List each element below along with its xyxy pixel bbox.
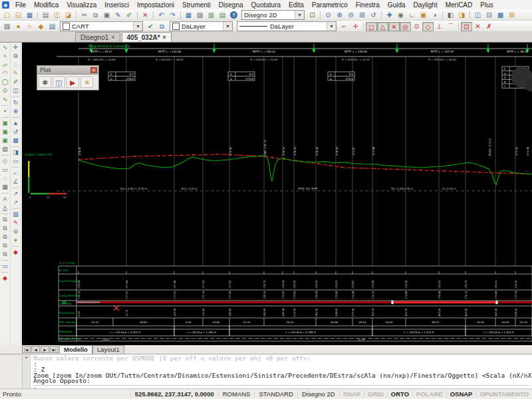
edit-polyline-icon[interactable]: ∿ — [0, 43, 10, 52]
image-frame-icon[interactable]: ▣ — [0, 128, 10, 136]
help-icon[interactable]: ? — [230, 11, 237, 19]
new-icon[interactable]: ▢ — [1, 11, 13, 20]
paper-space-icon[interactable]: ◨ — [456, 11, 467, 20]
paste-icon[interactable]: ▣ — [101, 11, 112, 20]
snap-center-icon[interactable]: ◎ — [400, 22, 411, 31]
layout-nav-button[interactable]: ◀ — [31, 346, 40, 353]
layer-states-icon[interactable]: ⧉ — [156, 22, 168, 31]
zoom-realtime-icon[interactable]: ⊙ — [323, 11, 334, 20]
zoom-window-icon[interactable]: ⊞ — [356, 11, 368, 20]
layout-nav-button[interactable]: ▶| — [50, 346, 59, 353]
pipe-3d-icon[interactable]: ⊚ — [11, 227, 21, 236]
menu-plus[interactable]: Plus — [476, 1, 497, 9]
layout-tab-layout1[interactable]: Layout1 — [92, 345, 124, 354]
text-align-icon[interactable]: A — [0, 203, 10, 212]
edit-circle-icon[interactable]: ◯ — [0, 78, 10, 86]
tile-horizontal-icon[interactable]: ◫ — [472, 11, 483, 20]
hatch-icon[interactable]: ▨ — [11, 210, 21, 219]
block-paste-icon[interactable]: ⧉ — [0, 224, 10, 233]
plus-monitor-icon[interactable]: ◫ — [53, 76, 65, 88]
chevron-down-icon[interactable]: ▾ — [223, 22, 232, 31]
block-group-icon[interactable]: ⧉ — [0, 241, 10, 250]
text-style-indicator[interactable]: ROMANS — [218, 390, 255, 398]
copy-object-icon[interactable]: ⧉ — [11, 52, 21, 61]
delete-icon[interactable]: ✕ — [140, 11, 151, 20]
tab-close-icon[interactable]: × — [163, 34, 166, 41]
chevron-down-icon[interactable]: ▾ — [133, 22, 142, 31]
offset-icon[interactable]: ▭ — [11, 157, 21, 166]
linetype-combo[interactable]: DaLayer ▾ — [237, 21, 336, 31]
ucs-icon[interactable]: ∟ — [406, 11, 418, 20]
plus-settings-icon[interactable]: ✱ — [39, 76, 51, 88]
eraser-icon[interactable]: ▨ — [194, 11, 205, 20]
fillet-icon[interactable]: ⌐ — [11, 169, 21, 178]
menu-modifica[interactable]: Modifica — [30, 1, 63, 9]
vehicle-block-icon[interactable]: ▭ — [0, 262, 10, 271]
layer-combo[interactable]: CART ▾ — [60, 21, 143, 31]
text-icon[interactable]: A — [0, 195, 10, 203]
edit-polygon-icon[interactable]: ▱ — [0, 61, 10, 69]
cut-icon[interactable]: ✂ — [78, 11, 90, 20]
tangent-circle-icon[interactable]: ⊙ — [0, 86, 10, 95]
snap-settings-icon[interactable]: ✗ — [483, 22, 495, 31]
command-close-icon[interactable]: × — [25, 354, 28, 360]
app-icon[interactable]: ◆ — [2, 1, 9, 9]
snap-tangent-icon[interactable]: ⌒ — [445, 22, 456, 31]
plus-palette-titlebar[interactable]: Plus × — [37, 66, 98, 74]
layer-freeze-icon[interactable]: ○ — [24, 22, 35, 31]
menu-impostazioni[interactable]: Impostazioni — [133, 1, 178, 9]
snap-node-icon[interactable]: ⊙ — [411, 22, 422, 31]
menu-visualizza[interactable]: Visualizza — [63, 1, 100, 9]
snap-intersection-icon[interactable]: ✕ — [388, 22, 400, 31]
print-icon[interactable]: ◫ — [51, 11, 63, 20]
array-icon[interactable]: ▦ — [11, 136, 21, 145]
image-adjust-icon[interactable]: ▣ — [0, 119, 10, 128]
command-history[interactable]: Nuovo valore corrente per OSMODE [0 per … — [31, 354, 532, 388]
menu-quotatura[interactable]: Quotatura — [247, 1, 285, 9]
menu-daylight[interactable]: Daylight — [410, 1, 442, 9]
view-eye-icon[interactable]: ◉ — [395, 11, 406, 20]
snap-none-icon[interactable]: ✕ — [472, 22, 483, 31]
named-views-icon[interactable]: ▣ — [418, 11, 429, 20]
menu-guida[interactable]: Guida — [384, 1, 410, 9]
open-icon[interactable]: ◱ — [13, 11, 24, 20]
paint-brush-icon[interactable]: ✎ — [11, 69, 21, 78]
layer-eraser-icon[interactable]: ▨ — [1, 22, 13, 31]
snap-quadrant-icon[interactable]: ◇ — [422, 22, 434, 31]
edit-curve-icon[interactable]: ∿ — [0, 95, 10, 104]
snap-from-icon[interactable]: ✛ — [350, 22, 361, 31]
menu-edita[interactable]: Edita — [285, 1, 308, 9]
orbit-icon[interactable]: ◑ — [429, 11, 440, 20]
revcloud-icon[interactable]: ◌ — [0, 174, 10, 183]
menu-strumenti[interactable]: Strumenti — [178, 1, 215, 9]
polygon-icon[interactable]: ◇ — [0, 157, 10, 166]
sketch-icon[interactable]: ✎ — [11, 219, 21, 227]
layout-pages-icon[interactable]: ◨ — [11, 148, 21, 157]
cascade-icon[interactable]: ▩ — [495, 11, 506, 20]
toggle-snap[interactable]: SNAP — [339, 390, 364, 398]
select-lasso-icon[interactable]: ◌ — [11, 61, 21, 69]
toggle-opuntamento[interactable]: OPUNTAMENTO — [475, 390, 532, 398]
redo-icon[interactable]: ↷ — [167, 11, 178, 20]
rectangle-icon[interactable]: ▭ — [0, 166, 10, 174]
menu-inserisci[interactable]: Inserisci — [100, 1, 133, 9]
notes-icon[interactable]: ▤ — [217, 11, 228, 20]
format-painter-icon[interactable]: ✎ — [112, 11, 124, 20]
edit-spline-icon[interactable]: ≈ — [0, 52, 10, 61]
snap-endpoint-icon[interactable]: ◻ — [366, 22, 377, 31]
save-icon[interactable]: ▦ — [24, 11, 35, 20]
favorite-stamp-icon[interactable]: ◆ — [11, 248, 21, 257]
move-icon[interactable]: ✛ — [11, 43, 21, 52]
plus-redline-icon[interactable]: ▶ — [66, 76, 79, 88]
tile-vertical-icon[interactable]: ⊟ — [483, 11, 495, 20]
point-icon[interactable]: • — [0, 107, 10, 116]
palette-close-button[interactable]: × — [90, 67, 97, 73]
block-clip-icon[interactable]: ⧉ — [0, 233, 10, 241]
window-new-icon[interactable]: ⊞ — [506, 11, 517, 20]
plus-star-icon[interactable]: ✳ — [80, 76, 93, 88]
menu-mericad[interactable]: MeriCAD — [442, 1, 477, 9]
chevron-down-icon[interactable]: ▾ — [295, 11, 304, 19]
center-snap-icon[interactable]: ⊕ — [11, 107, 21, 116]
print-preview-icon[interactable]: ◪ — [63, 11, 74, 20]
redline-stamp-icon[interactable]: ◆ — [0, 274, 10, 283]
